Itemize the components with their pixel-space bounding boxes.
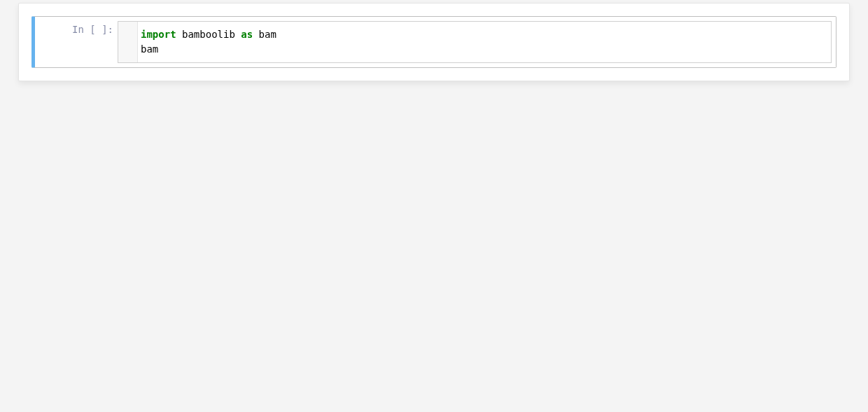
- alias-name: bam: [253, 29, 276, 40]
- notebook-container: In [ ]: import bamboolib as bam bam: [18, 3, 850, 81]
- code-content[interactable]: import bamboolib as bam bam: [138, 22, 831, 62]
- code-line-2: bam: [141, 43, 158, 55]
- keyword-as: as: [241, 29, 253, 40]
- keyword-import: import: [141, 29, 176, 40]
- module-name: bamboolib: [176, 29, 241, 40]
- code-gutter: [118, 22, 138, 62]
- prompt-label: In [ ]:: [72, 24, 113, 35]
- code-cell[interactable]: In [ ]: import bamboolib as bam bam: [31, 16, 836, 68]
- input-prompt: In [ ]:: [35, 17, 118, 67]
- code-input-area[interactable]: import bamboolib as bam bam: [118, 21, 832, 63]
